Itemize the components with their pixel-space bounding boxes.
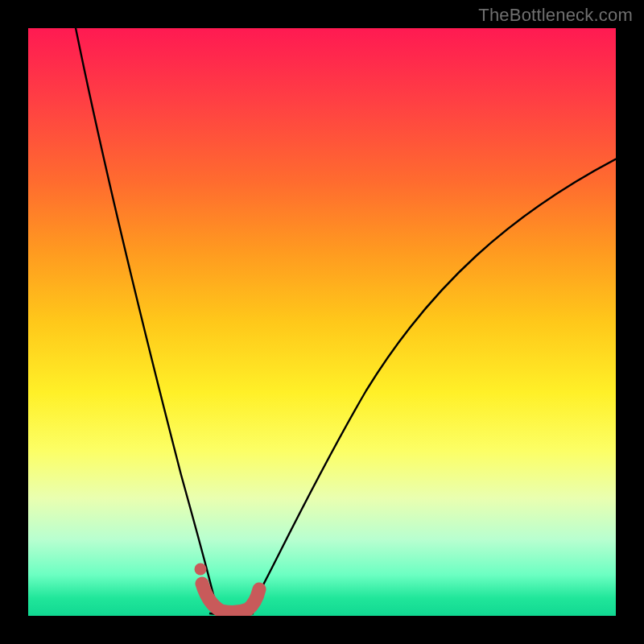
watermark-text: TheBottleneck.com	[478, 5, 633, 26]
valley-marker-dot	[195, 564, 207, 576]
curve-left-branch	[72, 28, 217, 613]
bottleneck-curve	[28, 28, 616, 616]
plot-area	[28, 28, 616, 616]
valley-marker-segment	[202, 584, 259, 613]
chart-frame: TheBottleneck.com	[0, 0, 644, 644]
curve-right-branch	[248, 157, 616, 613]
